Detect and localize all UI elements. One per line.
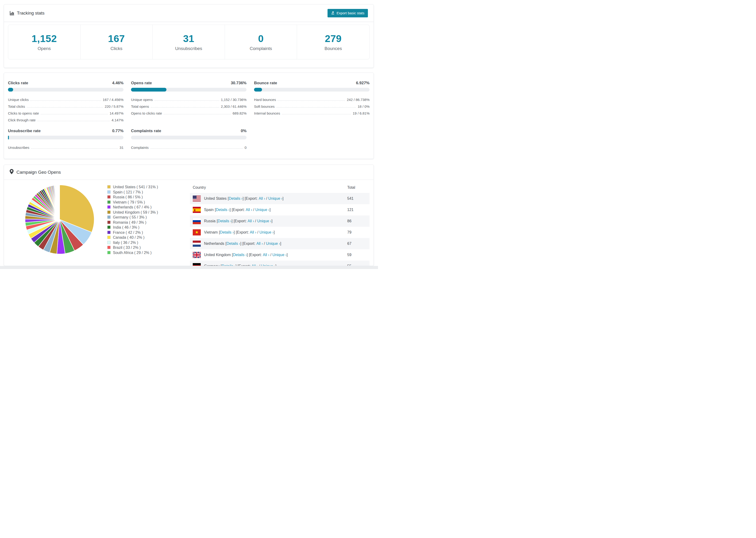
tracking-stats-header: Tracking stats Export basic stats	[4, 4, 374, 22]
table-row: Spain [Details ›] [Export: All › / Uniqu…	[190, 204, 369, 215]
export-unique-link[interactable]: Unique ›	[266, 242, 280, 246]
separator: /	[256, 230, 259, 235]
details-link[interactable]: Details ›	[220, 230, 234, 235]
progress-bar	[8, 136, 124, 139]
legend-label: Germany ( 55 / 3% )	[113, 215, 147, 220]
export-unique-link[interactable]: Unique ›	[257, 219, 271, 223]
legend-swatch-icon	[107, 236, 111, 239]
legend-item[interactable]: Vietnam ( 79 / 5% )	[107, 200, 190, 205]
details-link[interactable]: Details ›	[216, 208, 230, 212]
legend-label: Romania ( 49 / 3% )	[113, 220, 146, 225]
export-unique-link[interactable]: Unique ›	[261, 264, 275, 266]
export-basic-stats-button[interactable]: Export basic stats	[328, 9, 368, 17]
progress-bar	[8, 88, 124, 91]
export-all-link[interactable]: All ›	[256, 242, 263, 246]
rate-title: Unsubscribe rate	[8, 129, 41, 133]
bracket: ]	[270, 208, 270, 212]
stat-value: 31	[183, 33, 194, 44]
legend-swatch-icon	[107, 221, 111, 224]
stat-row-value: 18 / 0%	[357, 104, 369, 108]
country-cell: Germany [Details ›] [Export: All › / Uni…	[193, 263, 345, 266]
legend-item[interactable]: Netherlands ( 67 / 4% )	[107, 205, 190, 210]
separator: /	[252, 208, 255, 212]
stat-row-value: 689.82%	[233, 111, 246, 115]
stat-row-label: Clicks to opens rate	[8, 111, 39, 115]
legend-swatch-icon	[107, 241, 111, 244]
legend-label: Italy ( 36 / 2% )	[113, 240, 138, 245]
dotted-leader	[151, 107, 219, 108]
country-cell: United States [Details ›] [Export: All ›…	[193, 195, 345, 202]
country-cell: Netherlands [Details ›] [Export: All › /…	[193, 241, 345, 247]
stat-value: 279	[325, 33, 342, 44]
export-unique-link[interactable]: Unique ›	[268, 196, 283, 201]
stat-label: Unsubscribes	[175, 46, 202, 51]
stat-row-label: Hard bounces	[254, 98, 276, 102]
separator: /	[265, 196, 268, 201]
legend-item[interactable]: India ( 46 / 3% )	[107, 225, 190, 230]
legend-label: France ( 42 / 2% )	[113, 230, 143, 235]
bracket: ] [Export:	[230, 208, 245, 212]
rate-title-row: Bounce rate 6.927%	[254, 81, 369, 85]
export-all-link[interactable]: All ›	[248, 219, 254, 223]
details-link[interactable]: Details ›	[233, 253, 247, 257]
export-unique-link[interactable]: Unique ›	[272, 253, 287, 257]
details-link[interactable]: Details ›	[218, 219, 232, 223]
legend-item[interactable]: Brazil ( 33 / 2% )	[107, 245, 190, 250]
legend-item[interactable]: Romania ( 49 / 3% )	[107, 220, 190, 225]
stat-row: Unique opens 1,152 / 30.736%	[131, 95, 246, 102]
table-row: Vietnam [Details ›] [Export: All › / Uni…	[190, 227, 369, 238]
legend-label: Brazil ( 33 / 2% )	[113, 245, 141, 250]
legend-swatch-icon	[107, 200, 111, 204]
export-all-link[interactable]: All ›	[251, 264, 258, 266]
stat-row: Unique clicks 167 / 4.456%	[8, 95, 124, 102]
country-total: 86	[345, 219, 367, 223]
stat-row-value: 1,152 / 30.736%	[221, 98, 246, 102]
table-row: United Kingdom [Details ›] [Export: All …	[190, 249, 369, 260]
details-link[interactable]: Details ›	[227, 242, 241, 246]
bracket: ] [Export:	[243, 196, 258, 201]
country-flag-icon	[193, 207, 201, 213]
export-all-link[interactable]: All ›	[246, 208, 252, 212]
export-unique-link[interactable]: Unique ›	[259, 230, 274, 235]
stat-row-label: Unsubscribes	[8, 145, 29, 149]
separator: /	[269, 253, 272, 257]
geo-table-body: United States [Details ›] [Export: All ›…	[190, 193, 369, 266]
details-link[interactable]: Details ›	[222, 264, 236, 266]
legend-item[interactable]: France ( 42 / 2% )	[107, 230, 190, 235]
geo-pie-chart	[23, 183, 96, 256]
legend-item[interactable]: Italy ( 36 / 2% )	[107, 240, 190, 245]
stat-row: Click through rate 4.147%	[8, 115, 124, 122]
legend-item[interactable]: South Africa ( 29 / 2% )	[107, 250, 190, 255]
export-all-link[interactable]: All ›	[263, 253, 269, 257]
legend-label: United Kingdom ( 59 / 3% )	[113, 210, 158, 215]
pie-slice[interactable]	[59, 185, 60, 219]
stat-row: Opens to clicks rate 689.82%	[131, 108, 246, 115]
export-all-link[interactable]: All ›	[259, 196, 265, 201]
summary-stat-box: 279 Bounces	[297, 25, 369, 59]
legend-item[interactable]: Spain ( 121 / 7% )	[107, 190, 190, 195]
legend-item[interactable]: United Kingdom ( 59 / 3% )	[107, 210, 190, 215]
progress-bar	[131, 136, 246, 139]
country-name: United States	[204, 196, 227, 201]
country-name: Germany	[204, 264, 220, 266]
rate-title-row: Unsubscribe rate 0.77%	[8, 129, 124, 133]
legend-label: South Africa ( 29 / 2% )	[113, 250, 152, 255]
legend-item[interactable]: Germany ( 55 / 3% )	[107, 215, 190, 220]
export-unique-link[interactable]: Unique ›	[255, 208, 269, 212]
dotted-leader	[37, 121, 110, 121]
stat-value: 0	[258, 33, 264, 44]
legend-swatch-icon	[107, 211, 111, 214]
legend-swatch-icon	[107, 246, 111, 249]
legend-item[interactable]: Russia ( 86 / 5% )	[107, 194, 190, 200]
bracket: ] [Export:	[247, 253, 263, 257]
dotted-leader	[276, 107, 356, 108]
country-total: 59	[345, 253, 367, 257]
legend-swatch-icon	[107, 215, 111, 219]
export-all-link[interactable]: All ›	[250, 230, 256, 235]
legend-item[interactable]: Canada ( 40 / 2% )	[107, 235, 190, 240]
stat-row-value: 19 / 6.81%	[352, 111, 369, 115]
legend-item[interactable]: United States ( 541 / 31% )	[107, 185, 190, 190]
details-link[interactable]: Details ›	[229, 196, 243, 201]
bracket: ]	[275, 264, 276, 266]
stat-row: Complaints 0	[131, 143, 246, 149]
